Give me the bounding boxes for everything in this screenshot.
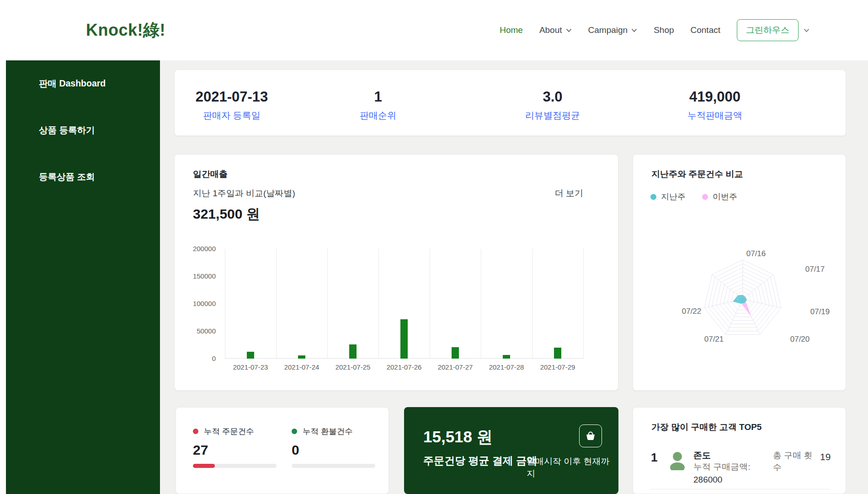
customer-amount-label: 누적 구매금액: (693, 461, 751, 473)
y-tick-label: 100000 (175, 300, 216, 307)
refunds-progress-bar (292, 464, 375, 468)
person-avatar-icon (668, 451, 687, 470)
top5-customers-card: 가장 많이 구매한 고객 TOP5 1 존도 누적 구매금액: 286000 총… (633, 407, 846, 494)
radar-ring (708, 264, 777, 331)
orders-refunds-card: 누적 주문건수 27 누적 환불건수 0 (176, 407, 389, 494)
stat-value: 419,000 (687, 89, 742, 105)
x-tick-label: 2021-07-23 (225, 363, 276, 371)
y-tick-label: 150000 (175, 272, 216, 280)
customer-count: 19 (820, 451, 831, 462)
site-logo[interactable]: Knock!綠! (86, 0, 165, 60)
radar-axis-label: 07/21 (704, 335, 724, 344)
legend-dot-icon (650, 194, 656, 200)
stat-label[interactable]: 리뷰별점평균 (525, 109, 580, 122)
nav-links: HomeAboutCampaignShopContact그린하우스 (500, 0, 809, 60)
sidebar-item-2[interactable]: 등록상품 조회 (39, 170, 160, 183)
sidebar: 판매 Dashboard상품 등록하기등록상품 조회 (6, 60, 160, 494)
account-button[interactable]: 그린하우스 (737, 19, 799, 41)
x-tick-label: 2021-07-28 (481, 363, 532, 371)
daily-sales-title: 일간매출 (193, 168, 228, 180)
radar-axis-label: 07/17 (805, 265, 825, 274)
orders-progress-fill (193, 464, 215, 468)
radar-spoke (712, 274, 743, 299)
legend-item[interactable]: 이번주 (702, 191, 737, 202)
x-tick-label: 2021-07-29 (532, 363, 583, 371)
x-tick-label: 2021-07-25 (327, 363, 378, 371)
bar-chart-x-labels: 2021-07-232021-07-242021-07-252021-07-26… (225, 363, 583, 372)
y-tick-label: 50000 (175, 327, 216, 335)
y-tick-label: 200000 (175, 245, 216, 252)
top-navbar: Knock!綠! HomeAboutCampaignShopContact그린하… (0, 0, 868, 60)
legend-dot-icon (702, 194, 708, 200)
stat-value: 2021-07-13 (196, 89, 268, 105)
daily-sales-card: 일간매출 지난 1주일과 비교(날짜별) 더 보기 321,500 원 2000… (174, 154, 618, 391)
chevron-down-icon (631, 28, 637, 32)
stat-col-0: 2021-07-13판매자 등록일 (196, 89, 268, 122)
account-menu: 그린하우스 (737, 19, 809, 41)
legend-label: 이번주 (713, 191, 737, 202)
legend-item[interactable]: 지난주 (650, 191, 686, 202)
bar-chart-y-axis: 200000150000100000500000 (175, 249, 218, 359)
seller-summary-card: 2021-07-13판매자 등록일1판매순위3.0리뷰별점평균419,000누적… (174, 70, 846, 136)
nav-link-about[interactable]: About (539, 25, 572, 35)
x-tick-label: 2021-07-26 (378, 363, 430, 371)
cumulative-orders-stat: 누적 주문건수 27 (193, 426, 277, 468)
refunds-label: 누적 환불건수 (303, 426, 353, 437)
cumulative-refunds-stat: 누적 환불건수 0 (292, 426, 376, 468)
x-tick-label: 2021-07-24 (276, 363, 327, 371)
radar-spoke (743, 274, 773, 299)
daily-sales-subtitle: 지난 1주일과 비교(날짜별) (193, 188, 295, 199)
stat-label[interactable]: 누적판매금액 (687, 109, 742, 122)
bar-2021-07-25 (349, 344, 357, 359)
top5-title: 가장 많이 구매한 고객 TOP5 (651, 421, 761, 433)
radar-ring (720, 275, 766, 320)
bar-2021-07-28 (503, 355, 510, 359)
bar-2021-07-24 (298, 355, 305, 359)
nav-link-home[interactable]: Home (500, 25, 523, 35)
gridline (532, 249, 533, 359)
gridline (225, 249, 225, 359)
radar-axis-label: 07/19 (810, 307, 830, 316)
orders-dot-icon (193, 429, 198, 434)
nav-link-campaign[interactable]: Campaign (588, 25, 638, 35)
bar-2021-07-26 (400, 319, 408, 359)
radar-axis-label: 07/22 (682, 307, 702, 316)
weekly-compare-card: 지난주와 주문건수 비교 지난주이번주 07/1607/1707/1907/20… (633, 154, 846, 391)
gridline (276, 249, 277, 359)
radar-chart: 07/1607/1707/1907/2007/2107/22 (633, 155, 847, 391)
sidebar-item-0[interactable]: 판매 Dashboard (39, 77, 160, 90)
bar-2021-07-27 (452, 347, 459, 359)
see-more-button[interactable]: 더 보기 (555, 188, 583, 199)
customer-rank: 1 (651, 451, 657, 465)
radar-axis-label: 07/20 (790, 335, 810, 344)
radar-series-이번주 (741, 298, 751, 315)
gridline (583, 249, 584, 359)
radar-ring (716, 272, 769, 324)
chevron-down-icon[interactable] (804, 28, 809, 32)
legend-label: 지난주 (661, 191, 686, 202)
row-divider (650, 489, 830, 489)
sidebar-item-1[interactable]: 상품 등록하기 (39, 124, 160, 136)
customer-name: 존도 (693, 450, 711, 462)
chevron-down-icon (566, 28, 572, 32)
refunds-dot-icon (292, 429, 297, 434)
radar-ring (731, 287, 754, 310)
nav-link-contact[interactable]: Contact (691, 25, 720, 35)
stat-label[interactable]: 판매자 등록일 (196, 109, 268, 122)
radar-axis-label: 07/16 (746, 249, 766, 258)
stat-label[interactable]: 판매순위 (360, 109, 396, 122)
radar-series-지난주 (733, 295, 746, 303)
radar-ring (728, 284, 758, 313)
avg-order-amount-card: 15,518 원 주문건당 평균 결제 금액 판매시작 이후 현재까지 (404, 407, 618, 494)
customer-count-label: 총 구매 횟수 (773, 450, 818, 473)
gridline (378, 249, 379, 359)
basket-icon (579, 424, 602, 447)
radar-ring (724, 279, 762, 317)
avg-order-sublabel: 판매시작 이후 현재까지 (527, 455, 611, 480)
gridline (327, 249, 328, 359)
stat-value: 3.0 (525, 89, 580, 105)
radar-spoke (743, 299, 781, 308)
avg-order-label: 주문건당 평균 결제 금액 (423, 454, 538, 468)
seller-dashboard-page: Knock!綠! HomeAboutCampaignShopContact그린하… (0, 0, 868, 494)
nav-link-shop[interactable]: Shop (654, 25, 674, 35)
